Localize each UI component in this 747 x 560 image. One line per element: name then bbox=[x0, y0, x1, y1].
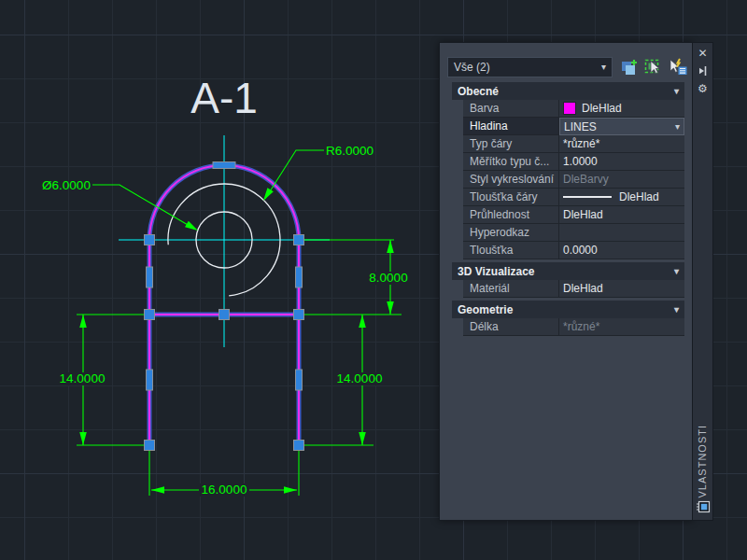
prop-row-material: Materiál DleHlad bbox=[463, 280, 684, 298]
color-swatch bbox=[563, 102, 576, 115]
grip-midpoint[interactable] bbox=[296, 370, 303, 390]
chevron-down-icon: ▾ bbox=[601, 63, 606, 72]
prop-label: Styl vykreslování bbox=[463, 171, 559, 189]
prop-label: Tloušťka bbox=[463, 242, 559, 259]
dim-arrow-icon bbox=[387, 301, 394, 315]
dimension-16[interactable]: 16.0000 bbox=[151, 483, 297, 497]
prop-label: Měřítko typu č... bbox=[463, 153, 559, 171]
properties-panel: Vše (2) ▾ bbox=[439, 42, 693, 521]
prop-label: Barva bbox=[463, 100, 559, 118]
grip[interactable] bbox=[145, 310, 155, 320]
grip-midpoint[interactable] bbox=[296, 267, 303, 287]
grip[interactable] bbox=[145, 441, 155, 451]
close-icon[interactable]: ✕ bbox=[697, 47, 710, 60]
grip-midpoint[interactable] bbox=[147, 370, 153, 390]
quick-select-button[interactable] bbox=[666, 57, 689, 77]
dimension-14-right[interactable]: 14.0000 bbox=[335, 315, 385, 445]
section-title: 3D Vizualizace bbox=[458, 265, 535, 278]
grip[interactable] bbox=[294, 235, 304, 245]
prop-value-meritko[interactable]: 1.0000 bbox=[559, 153, 684, 171]
dim-text-8[interactable]: 8.0000 bbox=[369, 271, 407, 285]
prop-value-barva[interactable]: DleHlad bbox=[559, 100, 684, 118]
prop-value-text: DleHlad bbox=[563, 282, 603, 295]
chevron-down-icon: ▾ bbox=[674, 87, 679, 96]
chevron-down-icon: ▾ bbox=[675, 122, 680, 132]
leader-diameter-6[interactable]: Ø6.0000 bbox=[42, 178, 200, 233]
grip[interactable] bbox=[294, 441, 304, 451]
quick-select-icon bbox=[668, 58, 688, 77]
prop-label: Průhlednost bbox=[463, 206, 559, 224]
dim-arrow-icon bbox=[79, 315, 87, 328]
auto-hide-icon[interactable] bbox=[697, 64, 710, 77]
extension-lines bbox=[77, 240, 402, 496]
dimension-8[interactable]: 8.0000 bbox=[366, 240, 411, 315]
prop-value-tloustka[interactable]: 0.0000 bbox=[559, 242, 684, 259]
prop-row-tloustka-cary: Tloušťka čáry DleHlad bbox=[463, 189, 684, 206]
select-objects-icon bbox=[643, 58, 663, 77]
prop-row-barva: Barva DleHlad bbox=[463, 100, 684, 118]
selection-filter-dropdown[interactable]: Vše (2) ▾ bbox=[447, 57, 613, 77]
section-title: Geometrie bbox=[458, 303, 513, 316]
prop-value-text: DleHlad bbox=[619, 190, 659, 203]
dim-text-radius[interactable]: R6.0000 bbox=[326, 144, 374, 158]
dim-arrow-icon bbox=[359, 315, 366, 328]
prop-label: Tloušťka čáry bbox=[463, 189, 559, 206]
prop-value-hyperodkaz[interactable] bbox=[559, 224, 684, 242]
prop-value-pruhlednost[interactable]: DleHlad bbox=[559, 206, 684, 224]
panel-toolbar: Vše (2) ▾ bbox=[447, 57, 684, 77]
prop-row-hyperodkaz: Hyperodkaz bbox=[463, 224, 684, 242]
lineweight-sample-icon bbox=[563, 196, 612, 198]
dim-text-diameter[interactable]: Ø6.0000 bbox=[42, 178, 91, 192]
grip[interactable] bbox=[219, 310, 230, 320]
chevron-down-icon: ▾ bbox=[674, 267, 679, 276]
dim-text-14-left[interactable]: 14.0000 bbox=[60, 371, 106, 385]
grip[interactable] bbox=[294, 310, 304, 320]
select-objects-button[interactable] bbox=[641, 57, 665, 77]
dim-arrow-icon bbox=[387, 240, 394, 253]
dim-arrow-icon bbox=[151, 486, 164, 494]
dim-arrow-icon bbox=[284, 486, 297, 494]
gear-icon[interactable]: ⚙ bbox=[697, 82, 710, 95]
prop-row-pruhlednost: Průhlednost DleHlad bbox=[463, 206, 684, 224]
prop-value-delka: *různé* bbox=[559, 318, 684, 336]
toggle-pickadd-button[interactable] bbox=[617, 57, 641, 77]
section-header-geometrie[interactable]: Geometrie ▾ bbox=[452, 301, 684, 318]
dim-text-16[interactable]: 16.0000 bbox=[202, 483, 247, 497]
prop-value-text: DleHlad bbox=[582, 102, 622, 115]
panel-title-strip[interactable]: ✕ ⚙ VLASTNOSTI bbox=[693, 42, 713, 521]
prop-row-hladina: Hladina LINES ▾ bbox=[463, 118, 684, 135]
leader-radius-6[interactable]: R6.0000 bbox=[261, 144, 374, 203]
prop-value-text: LINES bbox=[564, 120, 597, 133]
prop-row-tloustka: Tloušťka 0.0000 bbox=[463, 242, 684, 259]
prop-label: Délka bbox=[463, 318, 559, 336]
prop-value-text: DleBarvy bbox=[563, 173, 609, 186]
prop-row-meritko: Měřítko typu č... 1.0000 bbox=[463, 153, 684, 171]
selection-filter-value: Vše (2) bbox=[454, 61, 490, 74]
section-header-obecne[interactable]: Obecné ▾ bbox=[452, 82, 684, 100]
prop-value-typ-cary[interactable]: *různé* bbox=[559, 135, 684, 153]
drawing-title: A-1 bbox=[190, 74, 258, 122]
grip-midpoint[interactable] bbox=[147, 267, 153, 287]
prop-value-text: DleHlad bbox=[563, 208, 603, 221]
prop-value-text: *různé* bbox=[563, 137, 599, 150]
prop-label: Hyperodkaz bbox=[463, 224, 559, 242]
prop-value-material[interactable]: DleHlad bbox=[559, 280, 684, 298]
prop-row-delka: Délka *různé* bbox=[463, 318, 684, 336]
section-title: Obecné bbox=[458, 85, 499, 98]
dim-arrow-icon bbox=[79, 432, 87, 445]
leader-arrow-icon bbox=[261, 188, 274, 203]
prop-value-text: *různé* bbox=[563, 320, 599, 333]
section-header-3d-vizualizace[interactable]: 3D Vizualizace ▾ bbox=[452, 262, 684, 280]
grip[interactable] bbox=[145, 235, 155, 245]
panel-title-vertical: VLASTNOSTI bbox=[697, 425, 708, 497]
dim-text-14-right[interactable]: 14.0000 bbox=[337, 371, 383, 385]
prop-row-typ-cary: Typ čáry *různé* bbox=[463, 135, 684, 153]
toggle-pickadd-icon bbox=[619, 58, 639, 77]
prop-row-styl-vykreslovani: Styl vykreslování DleBarvy bbox=[463, 171, 684, 189]
grip-arc-midpoint[interactable] bbox=[213, 162, 235, 169]
palette-icon bbox=[696, 500, 711, 518]
prop-value-hladina-dropdown[interactable]: LINES ▾ bbox=[559, 118, 684, 135]
prop-value-tloustka-cary[interactable]: DleHlad bbox=[559, 189, 684, 206]
dimension-14-left[interactable]: 14.0000 bbox=[58, 315, 107, 445]
chevron-down-icon: ▾ bbox=[674, 305, 679, 315]
